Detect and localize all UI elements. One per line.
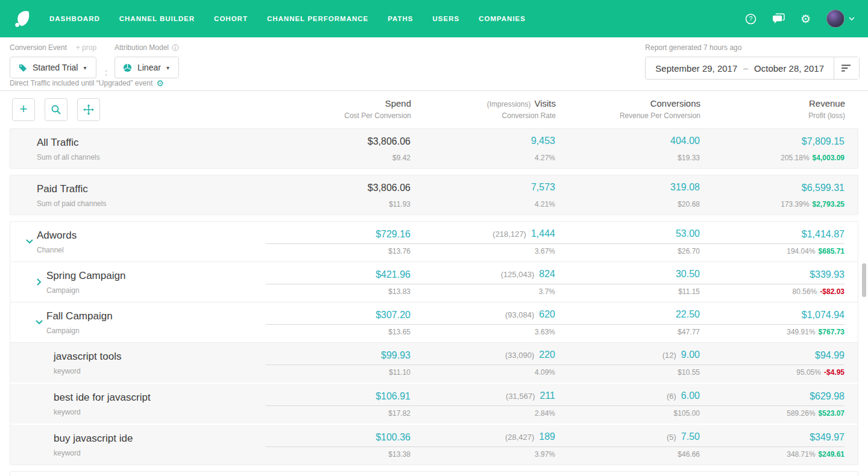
direct-traffic-settings-icon[interactable]: ⚙ [156,79,164,87]
nav-item-cohort[interactable]: COHORT [214,15,248,22]
spend-value[interactable]: $99.93 [266,349,410,365]
revenue-value[interactable]: $6,599.31 [700,182,844,197]
visits-value[interactable]: (125,043)824 [410,268,555,284]
visits-value[interactable]: 7,573 [410,181,555,197]
spend-value[interactable]: $100.36 [266,431,410,447]
visits-value[interactable]: (93,084)620 [410,308,555,325]
add-prop-link[interactable]: + prop [76,43,96,52]
row-title: buy javascript ide [54,432,133,445]
visits-value[interactable]: (33,090)220 [410,349,555,365]
table-row[interactable]: javascript tools keyword $99.93 $11.10 (… [10,342,858,383]
spend-value[interactable]: $3,806.06 [266,182,410,197]
table-row[interactable]: Paid Traffic Sum of paid channels $3,806… [10,175,858,215]
conversions-value[interactable]: (12)9.00 [555,349,700,365]
spend-value[interactable]: $307.20 [266,309,410,325]
revenue-per-conversion-value: $47.77 [555,328,700,336]
settings-gear-icon[interactable]: ⚙ [800,13,811,25]
search-button[interactable] [45,98,68,121]
revenue-per-conversion-value: $20.68 [555,200,700,208]
table-row[interactable]: Spring Campaign Campaign $421.96 $13.83 … [10,261,858,302]
nav-item-companies[interactable]: COMPANIES [479,15,526,22]
date-range-separator: – [743,63,748,73]
conversions-value[interactable]: (5)7.50 [555,431,700,447]
avatar[interactable] [826,10,844,28]
row-card: Adwords Channel $729.16 $13.76 (218,127)… [10,221,858,465]
reorder-button[interactable] [77,98,100,121]
revenue-value[interactable]: $7,809.15 [700,136,844,151]
revenue-value[interactable]: $629.98 [700,390,844,406]
conversions-count-prefix: (5) [667,433,676,442]
chat-icon[interactable] [772,13,785,25]
conversions-value[interactable]: 404.00 [555,135,700,151]
sort-filter-button[interactable] [834,57,859,79]
profit-percent: 194.04% [787,247,815,255]
row-title: javascript tools [54,350,121,363]
profit-percent: 589.26% [787,409,815,418]
nav-item-paths[interactable]: PATHS [388,15,413,22]
attribution-logo-icon[interactable] [13,8,34,29]
conversions-value[interactable]: 22.50 [555,308,700,325]
column-header-revenue: Revenue Profit (loss) [700,98,845,120]
profit-amount: -$4.95 [824,368,844,377]
help-icon[interactable]: ? [745,13,756,25]
table-row[interactable]: Video Channel $690.90 675 14.00 $944.07 [10,472,858,476]
conversion-event-dropdown[interactable]: Started Trial ▾ [10,57,96,78]
visits-value[interactable]: (31,567)211 [410,390,555,406]
revenue-value[interactable]: $1,414.87 [700,228,844,244]
table-row[interactable]: buy javascript ide keyword $100.36 $13.3… [10,424,858,465]
spend-value[interactable]: $3,806.06 [266,136,410,151]
impressions-value: (31,567) [506,392,535,401]
expand-chevron-icon[interactable] [36,280,46,284]
revenue-value[interactable]: $1,074.94 [700,309,844,325]
date-range-picker[interactable]: September 29, 2017 – October 28, 2017 [646,57,834,79]
visits-value[interactable]: (218,127)1,444 [410,228,555,244]
conversion-rate-value: 4.09% [410,368,555,377]
visits-cell: (28,427)189 3.97% [410,431,555,459]
attribution-model-dropdown[interactable]: Linear ▾ [115,57,179,78]
conversion-rate-value: 2.84% [410,409,555,418]
conversions-value[interactable]: 30.50 [555,268,700,284]
cost-per-conversion-value: $13.83 [266,287,410,296]
nav-item-dashboard[interactable]: DASHBOARD [49,15,100,22]
sort-icon [841,64,852,72]
add-channel-button[interactable]: + [12,98,35,121]
conversions-cell: 404.00 $19.33 [555,135,700,162]
spend-value[interactable]: $729.16 [266,228,410,244]
row-title: All Traffic [37,136,100,149]
revenue-value[interactable]: $94.99 [700,349,844,365]
spend-value[interactable]: $106.91 [266,390,410,406]
conversions-value[interactable]: 53.00 [555,228,700,244]
cost-per-conversion-value: $11.10 [266,368,410,377]
profit-percent: 349.91% [787,328,815,336]
table-row[interactable]: best ide for javascript keyword $106.91 … [10,383,858,424]
nav-item-channel-builder[interactable]: CHANNEL BUILDER [119,15,195,22]
table-toolbar: + [12,98,266,121]
revenue-value[interactable]: $349.97 [700,431,844,447]
table-row[interactable]: All Traffic Sum of all channels $3,806.0… [10,129,858,168]
info-icon[interactable] [172,44,179,51]
impressions-value: (218,127) [492,230,526,239]
account-menu[interactable] [826,10,855,28]
row-type: Sum of paid channels [37,199,106,208]
impressions-value: (125,043) [501,270,535,279]
conversion-event-label: Conversion Event + prop [10,43,96,52]
column-header-conversions: Conversions Revenue Per Conversion [556,98,700,120]
revenue-per-conversion-value: $19.33 [555,154,700,162]
expand-chevron-icon[interactable] [26,239,37,244]
nav-item-users[interactable]: USERS [433,15,460,22]
table-row[interactable]: Fall Campaign Campaign $307.20 $13.65 (9… [10,302,858,342]
conversions-value[interactable]: (6)6.00 [555,390,700,406]
spend-cell: $99.93 $11.10 [266,349,410,377]
revenue-value[interactable]: $339.93 [700,269,844,284]
expand-chevron-icon[interactable] [36,320,46,325]
spend-cell: $729.16 $13.76 [266,228,410,255]
vertical-scrollbar[interactable] [862,263,866,297]
conversions-value[interactable]: 319.08 [555,181,700,197]
visits-value[interactable]: (28,427)189 [410,431,555,447]
revenue-cell: $6,599.31 173.39%$2,793.25 [700,181,844,208]
visits-value[interactable]: 9,453 [410,135,555,151]
spend-value[interactable]: $421.96 [266,269,410,284]
nav-item-channel-performance[interactable]: CHANNEL PERFORMANCE [267,15,368,22]
table-row[interactable]: Adwords Channel $729.16 $13.76 (218,127)… [10,222,858,261]
date-range-control: September 29, 2017 – October 28, 2017 [645,57,860,80]
